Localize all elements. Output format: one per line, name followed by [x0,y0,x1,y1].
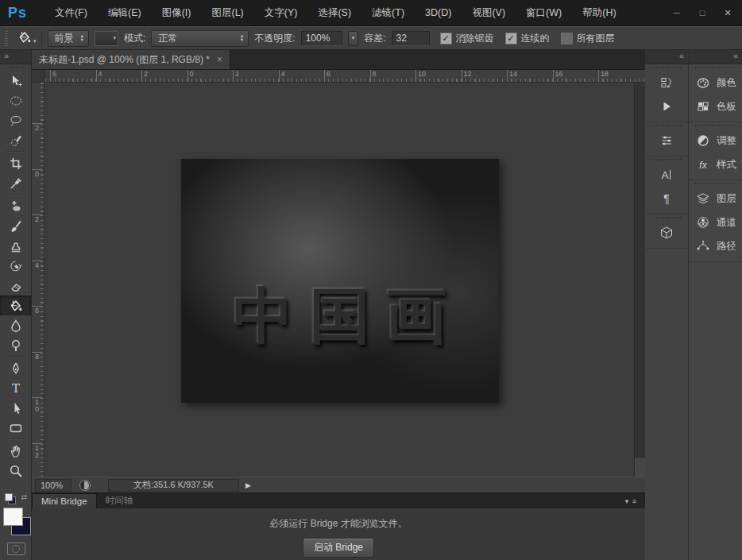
close-icon[interactable]: × [217,54,222,65]
ruler-tick-label: 6 [50,70,56,82]
foreground-color-swatch[interactable] [3,508,23,526]
history-brush-tool[interactable] [0,256,31,276]
maximize-button[interactable]: □ [691,5,713,21]
checkbox-icon[interactable]: ✓ [440,33,452,44]
tool-group-separator [6,151,25,153]
panel-tab-channels[interactable]: 通道 [689,210,742,234]
menu-item[interactable]: 视图(V) [462,0,516,25]
options-bar-grip[interactable] [5,30,8,46]
eyedropper-tool[interactable] [0,173,31,193]
blur-tool[interactable] [0,315,31,335]
eraser-tool[interactable] [0,276,31,295]
actions-panel-button[interactable] [645,95,688,118]
ruler-tick-label: 6 [32,306,42,315]
dock-collapse-button[interactable]: « [689,50,742,64]
menu-item[interactable]: 文字(Y) [254,0,308,25]
tools-panel-grip[interactable] [6,67,25,68]
threed-panel-button[interactable] [645,221,688,245]
panel-tab-paths[interactable]: 路径 [689,234,742,258]
panel-tab-label: 通道 [717,216,736,230]
menu-item[interactable]: 图层(L) [201,0,253,25]
swap-colors-icon[interactable]: ⇄ [21,493,27,501]
panel-group-grip[interactable] [695,183,736,184]
checkbox-icon[interactable] [561,33,573,44]
dodge-tool[interactable] [0,335,31,355]
pen-tool[interactable] [0,358,31,378]
tolerance-input[interactable]: 32 [392,31,430,46]
vertical-scrollbar[interactable] [634,83,645,477]
panel-group-grip[interactable] [695,125,736,126]
quick-mask-button[interactable] [7,543,25,555]
type-tool[interactable]: T [0,378,31,398]
bottom-tab-时间轴[interactable]: 时间轴 [97,493,142,508]
menu-item[interactable]: 图像(I) [152,0,202,25]
panel-tab-swatches[interactable]: 色板 [689,95,742,118]
menu-item[interactable]: 帮助(H) [572,0,626,25]
checkbox-消除锯齿[interactable]: ✓消除锯齿 [440,32,494,45]
ruler-origin-corner[interactable] [32,70,45,82]
menu-item[interactable]: 滤镜(T) [361,0,415,25]
paint-bucket-tool[interactable] [0,295,31,315]
move-tool[interactable] [0,71,31,91]
status-flyout-icon[interactable]: ▶ [245,481,251,489]
crop-tool[interactable] [0,153,31,173]
panel-group-grip[interactable] [651,217,682,218]
menu-item[interactable]: 文件(F) [44,0,98,25]
pasteboard[interactable]: 中国画 [44,83,634,477]
menu-item[interactable]: 窗口(W) [516,0,572,25]
panel-group-grip[interactable] [651,67,682,68]
pattern-picker[interactable]: ▾ [95,31,118,46]
zoom-tool[interactable] [0,461,31,481]
status-profile-icon[interactable] [79,480,91,491]
checkbox-icon[interactable]: ✓ [505,33,517,44]
menu-item[interactable]: 3D(D) [415,0,462,25]
vertical-ruler[interactable]: 2024681 01 2 [32,83,44,477]
brush-tool[interactable] [0,216,31,236]
tool-preset-picker[interactable]: ▾ [16,29,42,47]
checkbox-连续的[interactable]: ✓连续的 [505,32,550,45]
panel-group-grip[interactable] [651,125,682,126]
tools-panel-expand-button[interactable]: » [0,50,31,64]
properties-panel-button[interactable] [645,129,688,153]
close-button[interactable]: ✕ [717,5,739,21]
lasso-tool[interactable] [0,110,31,130]
ruler-tick-label: 14 [507,70,517,82]
checkbox-label: 连续的 [521,32,550,45]
clone-stamp-tool[interactable] [0,236,31,256]
history-panel-button[interactable] [645,71,688,95]
bottom-tab-mini-bridge[interactable]: Mini Bridge [32,493,97,508]
minimize-button[interactable]: ─ [666,5,688,21]
panel-tab-color[interactable]: 颜色 [689,71,742,95]
panel-tab-layers[interactable]: 图层 [689,187,742,210]
panel-tab-adjustments[interactable]: 调整 [689,129,742,153]
panel-menu-icon[interactable]: ▾ ≡ [625,497,637,505]
elliptical-marquee-tool[interactable] [0,91,31,110]
menu-item[interactable]: 选择(S) [307,0,361,25]
canvas-image[interactable]: 中国画 [181,159,499,403]
blend-mode-select[interactable]: 正常 ▲▼ [151,30,249,47]
opacity-value: 100% [306,33,330,44]
spot-healing-brush-tool[interactable] [0,196,31,216]
launch-bridge-button[interactable]: 启动 Bridge [303,538,374,558]
document-tab[interactable]: 未标题-1.psd @ 100% (图层 1, RGB/8) * × [32,50,230,69]
panel-tab-styles[interactable]: fx样式 [689,153,742,176]
rounded-rectangle-tool[interactable] [0,418,31,438]
zoom-level-input[interactable]: 100% [35,479,71,492]
panel-tab-label: 样式 [717,158,736,172]
dock-collapse-button[interactable]: « [645,50,688,64]
checkbox-所有图层[interactable]: 所有图层 [561,32,615,45]
menu-item[interactable]: 编辑(E) [98,0,152,25]
panel-group-grip[interactable] [651,159,682,160]
quick-selection-tool[interactable] [0,130,31,150]
opacity-dropdown-button[interactable]: ▾ [348,31,359,46]
panel-group-grip[interactable] [695,67,736,68]
horizontal-ruler[interactable]: 642024681012141618 [45,70,645,82]
default-colors-icon[interactable] [5,493,13,501]
hand-tool[interactable] [0,441,31,461]
opacity-input[interactable]: 100% [301,31,342,46]
fill-source-select[interactable]: 前景 ▲▼ [48,30,89,47]
color-icon [696,75,710,90]
path-selection-tool[interactable] [0,398,31,418]
character-panel-button[interactable]: A [645,163,688,187]
paragraph-panel-button[interactable]: ¶ [645,187,688,210]
